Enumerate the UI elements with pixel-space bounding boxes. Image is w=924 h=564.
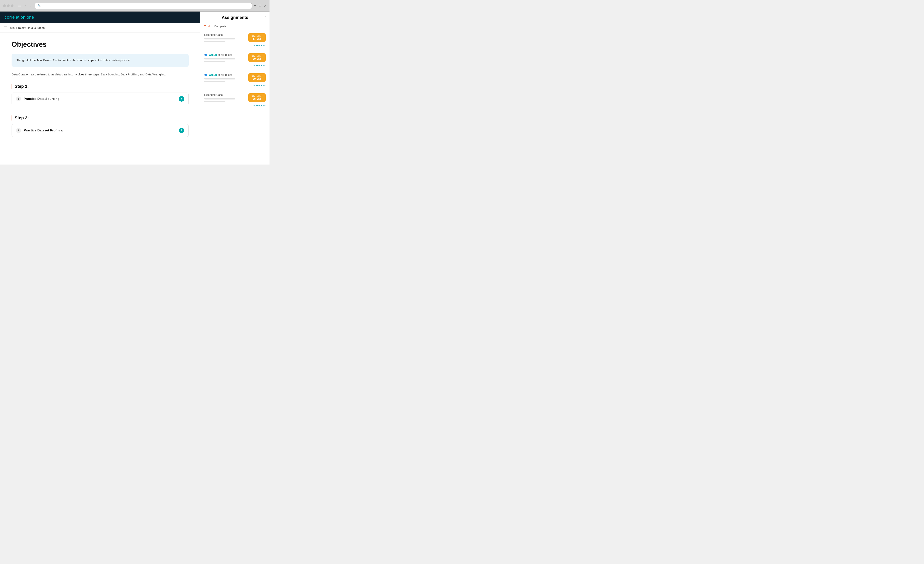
task-label-2: Practice Dataset Profiling bbox=[24, 129, 176, 132]
skeleton-line bbox=[204, 61, 225, 62]
submit-date-3: 20 Mar bbox=[250, 77, 263, 80]
assignment-right-4: Submit by 25 Mar See details bbox=[248, 93, 266, 107]
page-content: Objectives The goal of this Mini Project… bbox=[0, 33, 200, 165]
browser-sidebar-toggle[interactable] bbox=[17, 4, 21, 7]
assignment-item-4: Extended Case Submit by 25 Mar See detai… bbox=[200, 90, 270, 110]
step1-bar bbox=[12, 84, 12, 89]
sidebar-title: Assignments bbox=[204, 15, 266, 20]
skeleton-lines-2 bbox=[204, 58, 246, 62]
step1-title: Step 1: bbox=[15, 84, 28, 89]
submit-badge-4: Submit by 25 Mar bbox=[248, 93, 266, 102]
assignment-info-3: 👥 Group Mini Project bbox=[204, 73, 246, 82]
assignment-right-1: Submit by 17 Mar See details bbox=[248, 33, 266, 47]
filter-icon[interactable] bbox=[262, 24, 266, 29]
step2-title: Step 2: bbox=[15, 115, 28, 120]
step2-bar bbox=[12, 115, 12, 121]
submit-badge-3: Submit by 20 Mar bbox=[248, 73, 266, 82]
see-details-4[interactable]: See details bbox=[254, 104, 266, 107]
skeleton-lines-4 bbox=[204, 98, 246, 102]
search-icon: 🔍 bbox=[38, 4, 40, 7]
traffic-light-close[interactable] bbox=[3, 4, 6, 7]
page-title: Objectives bbox=[12, 40, 189, 48]
browser-actions: + □ ↗ bbox=[254, 4, 266, 8]
new-tab-icon[interactable]: + bbox=[254, 4, 256, 8]
assignment-item-3: 👥 Group Mini Project Submit by 20 Mar Se… bbox=[200, 70, 270, 90]
submit-label-4: Submit by bbox=[250, 95, 263, 97]
traffic-lights bbox=[3, 4, 14, 7]
skeleton-line bbox=[204, 40, 225, 42]
task-number-2: 1 bbox=[16, 128, 21, 133]
task-number-1: 1 bbox=[16, 96, 21, 102]
tab-complete[interactable]: Complete bbox=[214, 23, 229, 30]
assignment-right-2: Submit by 20 Mar See details bbox=[248, 53, 266, 67]
submit-label-1: Submit by bbox=[250, 35, 263, 37]
tab-todo[interactable]: To do bbox=[204, 23, 214, 30]
sidebar-header: × Assignments bbox=[200, 12, 270, 23]
skeleton-lines-1 bbox=[204, 38, 246, 42]
logo-text: correlation·one bbox=[4, 15, 34, 19]
see-details-1[interactable]: See details bbox=[254, 44, 266, 47]
submit-date-4: 25 Mar bbox=[250, 97, 263, 100]
back-arrow[interactable]: ‹ bbox=[24, 3, 27, 8]
assignment-type-2: 👥 Group Mini Project bbox=[204, 53, 246, 56]
assignment-type-4: Extended Case bbox=[204, 93, 246, 96]
skeleton-line bbox=[204, 58, 235, 60]
assignment-info-4: Extended Case bbox=[204, 93, 246, 102]
skeleton-line bbox=[204, 98, 235, 99]
submit-badge-2: Submit by 20 Mar bbox=[248, 53, 266, 62]
submit-label-3: Submit by bbox=[250, 75, 263, 77]
assignment-right-3: Submit by 20 Mar See details bbox=[248, 73, 266, 87]
logo: correlation·one bbox=[4, 15, 34, 20]
traffic-light-maximize[interactable] bbox=[11, 4, 14, 7]
app-container: correlation·one Mini-Project: Data Curat… bbox=[0, 12, 270, 165]
description-text: Data Curation, also referred to as data … bbox=[12, 72, 189, 77]
task-card-1: 1 Practice Data Sourcing + bbox=[12, 93, 189, 105]
see-details-2[interactable]: See details bbox=[254, 64, 266, 67]
step2-heading: Step 2: bbox=[12, 115, 189, 121]
submit-date-2: 20 Mar bbox=[250, 57, 263, 60]
group-icon-3: 👥 bbox=[204, 73, 207, 76]
task-label-1: Practice Data Sourcing bbox=[24, 97, 176, 101]
tab-view-icon[interactable]: □ bbox=[259, 4, 261, 8]
see-details-3[interactable]: See details bbox=[254, 84, 266, 87]
info-box: The goal of this Mini Project 2 is to pr… bbox=[12, 54, 189, 67]
traffic-light-minimize[interactable] bbox=[7, 4, 10, 7]
main-area: correlation·one Mini-Project: Data Curat… bbox=[0, 12, 200, 165]
group-label-2: Group bbox=[209, 53, 217, 56]
address-bar[interactable]: 🔍 bbox=[35, 3, 252, 9]
assignment-item-1: Extended Case Submit by 17 Mar See detai… bbox=[200, 30, 270, 50]
task-expand-1[interactable]: + bbox=[179, 96, 184, 102]
sidebar-tabs: To do Complete bbox=[200, 23, 270, 30]
sidebar-content: Extended Case Submit by 17 Mar See detai… bbox=[200, 30, 270, 165]
browser-chrome: ‹ › 🔍 + □ ↗ bbox=[0, 0, 270, 12]
nav-arrows: ‹ › bbox=[24, 3, 33, 8]
assignment-type-1: Extended Case bbox=[204, 33, 246, 36]
hamburger-menu[interactable] bbox=[4, 27, 8, 29]
forward-arrow[interactable]: › bbox=[29, 3, 33, 8]
group-label-3: Group bbox=[209, 73, 217, 76]
submit-date-1: 17 Mar bbox=[250, 37, 263, 40]
assignment-info-2: 👥 Group Mini Project bbox=[204, 53, 246, 62]
skeleton-lines-3 bbox=[204, 78, 246, 82]
sidebar-close-button[interactable]: × bbox=[264, 14, 266, 18]
skeleton-line bbox=[204, 101, 225, 102]
share-icon[interactable]: ↗ bbox=[264, 4, 266, 8]
step1-heading: Step 1: bbox=[12, 84, 189, 89]
info-box-text: The goal of this Mini Project 2 is to pr… bbox=[16, 58, 184, 63]
task-card-2: 1 Practice Dataset Profiling + bbox=[12, 124, 189, 137]
submit-badge-1: Submit by 17 Mar bbox=[248, 33, 266, 42]
assignment-type-3: 👥 Group Mini Project bbox=[204, 73, 246, 76]
skeleton-line bbox=[204, 78, 235, 79]
top-nav: correlation·one bbox=[0, 12, 200, 23]
task-expand-2[interactable]: + bbox=[179, 128, 184, 133]
breadcrumb: Mini-Project: Data Curation bbox=[10, 26, 45, 30]
submit-label-2: Submit by bbox=[250, 55, 263, 57]
assignment-info-1: Extended Case bbox=[204, 33, 246, 42]
group-icon-2: 👥 bbox=[204, 54, 207, 56]
sidebar-panel: × Assignments To do Complete Extended bbox=[200, 12, 270, 165]
assignment-item-2: 👥 Group Mini Project Submit by 20 Mar bbox=[200, 50, 270, 70]
skeleton-line bbox=[204, 81, 225, 82]
content-nav: Mini-Project: Data Curation bbox=[0, 23, 200, 33]
skeleton-line bbox=[204, 38, 235, 39]
